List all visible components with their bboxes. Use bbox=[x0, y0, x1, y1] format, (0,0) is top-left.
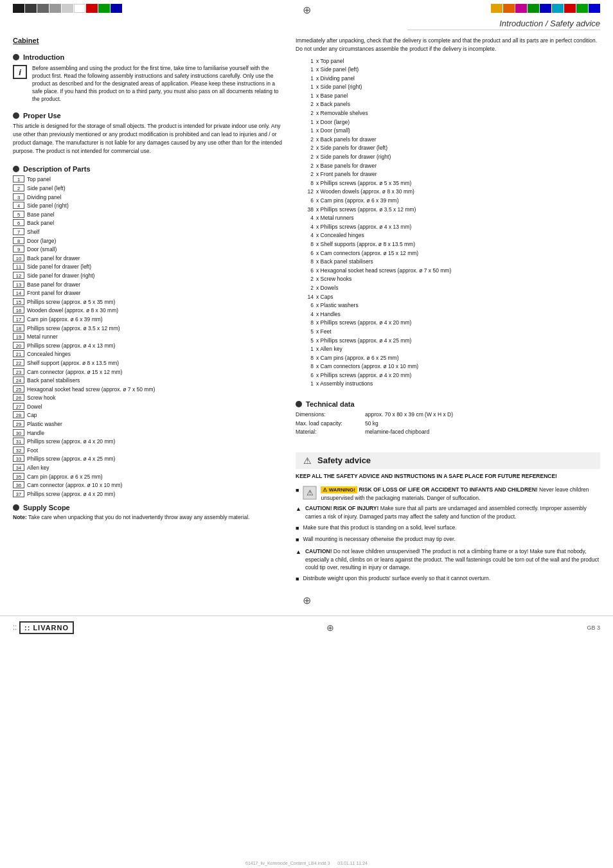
supply-label: x Phillips screws (approx. ø 4 x 25 mm) bbox=[316, 337, 411, 346]
crosshair-bottom: ⊕ bbox=[0, 592, 613, 609]
square-bullet-icon: ■ bbox=[296, 536, 299, 545]
page: ⊕ Introduction / Safety advice Cabinet bbox=[0, 0, 613, 868]
supply-list-item: 38x Phillips screws (approx. ø 3.5 x 12 … bbox=[296, 206, 600, 215]
supply-label: x Base panel bbox=[316, 92, 348, 101]
bullet-icon bbox=[13, 166, 19, 172]
supply-label: x Handles bbox=[316, 310, 341, 319]
part-number: 1 bbox=[13, 175, 24, 182]
load-label: Max. load capacity: bbox=[296, 420, 360, 429]
supply-qty: 6 bbox=[296, 249, 314, 258]
supply-label: x Dividing panel bbox=[316, 75, 355, 84]
supply-qty: 8 bbox=[296, 362, 314, 371]
part-label: Cam pin (approx. ø 6 x 25 mm) bbox=[27, 473, 103, 482]
part-number: 18 bbox=[13, 324, 24, 332]
part-number: 13 bbox=[13, 281, 24, 288]
supply-qty: 2 bbox=[296, 162, 314, 171]
supply-scope-note: Note: Take care when unpacking that you … bbox=[13, 514, 283, 522]
description-title: Description of Parts bbox=[23, 165, 91, 173]
part-label: Handle bbox=[27, 429, 44, 438]
parts-list-item: 29Plastic washer bbox=[13, 420, 283, 429]
supply-scope-title: Supply Scope bbox=[23, 504, 70, 511]
supply-list-item: 6x Plastic washers bbox=[296, 301, 600, 310]
part-label: Phillips screw (approx. ø 4 x 13 mm) bbox=[27, 342, 115, 351]
supply-list: 1x Top panel1x Side panel (left)1x Divid… bbox=[296, 57, 600, 389]
parts-list-item: 3Dividing panel bbox=[13, 193, 283, 202]
part-label: Side panel for drawer (left) bbox=[27, 263, 91, 272]
safety-item-text: ⚠ WARNING! RISK OF LOSS OF LIFE OR ACCID… bbox=[321, 486, 600, 502]
parts-list-item: 37Phillips screw (approx. ø 4 x 20 mm) bbox=[13, 490, 283, 499]
dimensions-value: approx. 70 x 80 x 39 cm (W x H x D) bbox=[365, 411, 453, 420]
supply-qty: 38 bbox=[296, 206, 314, 215]
part-label: Side panel for drawer (right) bbox=[27, 272, 94, 281]
parts-list-item: 31Phillips screw (approx. ø 4 x 20 mm) bbox=[13, 438, 283, 447]
footer-logo: :: LIVARNO bbox=[19, 621, 74, 634]
triangle-bullet-icon: ▲ bbox=[296, 505, 301, 514]
part-label: Foot bbox=[27, 447, 38, 456]
bullet-icon bbox=[13, 54, 19, 60]
tech-row-dimensions: Dimensions: approx. 70 x 80 x 39 cm (W x… bbox=[296, 411, 600, 420]
supply-label: x Metal runners bbox=[316, 214, 354, 223]
part-number: 33 bbox=[13, 455, 24, 462]
supply-label: x Phillips screws (approx. ø 3.5 x 12 mm… bbox=[316, 206, 416, 215]
left-column: Cabinet Introduction i Before assembling… bbox=[13, 37, 283, 587]
parts-list-item: 5Base panel bbox=[13, 211, 283, 220]
page-header: Introduction / Safety advice bbox=[0, 16, 613, 31]
color-bar bbox=[564, 4, 576, 13]
square-bullet-icon: ■ bbox=[296, 575, 299, 584]
color-bar bbox=[86, 4, 98, 13]
supply-qty: 1 bbox=[296, 83, 314, 92]
supply-list-item: 1x Door (small) bbox=[296, 127, 600, 136]
parts-list-item: 17Cam pin (approx. ø 6 x 39 mm) bbox=[13, 315, 283, 324]
part-label: Back panel bbox=[27, 219, 54, 228]
proper-use-text: This article is designed for the storage… bbox=[13, 122, 283, 155]
bullet-icon bbox=[13, 112, 19, 119]
part-number: 11 bbox=[13, 263, 24, 270]
supply-list-item: 8x Back panel stabilisers bbox=[296, 258, 600, 267]
color-bars-left bbox=[13, 4, 122, 13]
header-bar: ⊕ bbox=[0, 0, 613, 16]
supply-qty: 1 bbox=[296, 75, 314, 84]
description-header: Description of Parts bbox=[13, 165, 283, 173]
warning-label: ⚠ WARNING! bbox=[321, 486, 357, 493]
supply-list-item: 4x Metal runners bbox=[296, 214, 600, 223]
supply-label: x Shelf supports (approx. ø 8 x 13.5 mm) bbox=[316, 240, 415, 249]
supply-label: x Door (large) bbox=[316, 118, 350, 127]
part-label: Phillips screw (approx. ø 4 x 25 mm) bbox=[27, 455, 115, 464]
supply-qty: 2 bbox=[296, 170, 314, 179]
part-number: 17 bbox=[13, 315, 24, 323]
parts-list-item: 21Concealed hinges bbox=[13, 350, 283, 359]
color-bar bbox=[491, 4, 502, 13]
parts-list-item: 32Foot bbox=[13, 447, 283, 456]
parts-list-item: 10Back panel for drawer bbox=[13, 254, 283, 263]
supply-qty: 8 bbox=[296, 354, 314, 363]
supply-label: x Feet bbox=[316, 328, 332, 337]
supply-list-item: 1x Top panel bbox=[296, 57, 600, 66]
supply-label: x Phillips screws (approx. ø 4 x 13 mm) bbox=[316, 223, 411, 232]
right-column: Immediately after unpacking, check that … bbox=[296, 37, 600, 587]
part-label: Hexagonal socket head screw (approx. ø 7… bbox=[27, 385, 155, 394]
warning-image-icon: ⚠ bbox=[303, 486, 317, 500]
parts-list-item: 2Side panel (left) bbox=[13, 184, 283, 193]
square-bullet-icon: ■ bbox=[296, 524, 299, 533]
part-label: Allen key bbox=[27, 464, 49, 473]
supply-qty: 2 bbox=[296, 136, 314, 145]
supply-qty: 4 bbox=[296, 214, 314, 223]
part-number: 16 bbox=[13, 306, 24, 314]
part-number: 22 bbox=[13, 359, 24, 366]
parts-list-item: 4Side panel (right) bbox=[13, 202, 283, 211]
safety-header: ⚠ Safety advice bbox=[296, 452, 600, 469]
parts-list-item: 19Metal runner bbox=[13, 333, 283, 342]
part-label: Side panel (right) bbox=[27, 202, 69, 211]
supply-qty: 6 bbox=[296, 197, 314, 206]
safety-item-text: CAUTION! Do not leave children unsupervi… bbox=[305, 547, 600, 572]
safety-item-text: Wall mounting is necessary otherwise the… bbox=[303, 535, 455, 544]
supply-label: x Door (small) bbox=[316, 127, 350, 136]
part-number: 36 bbox=[13, 481, 24, 488]
parts-list-item: 12Side panel for drawer (right) bbox=[13, 272, 283, 281]
supply-label: x Side panels for drawer (right) bbox=[316, 153, 391, 162]
supply-list-item: 1x Assembly instructions bbox=[296, 380, 600, 389]
supply-intro: Immediately after unpacking, check that … bbox=[296, 37, 600, 53]
material-label: Material: bbox=[296, 428, 360, 437]
supply-qty: 6 bbox=[296, 267, 314, 276]
part-number: 26 bbox=[13, 394, 24, 401]
